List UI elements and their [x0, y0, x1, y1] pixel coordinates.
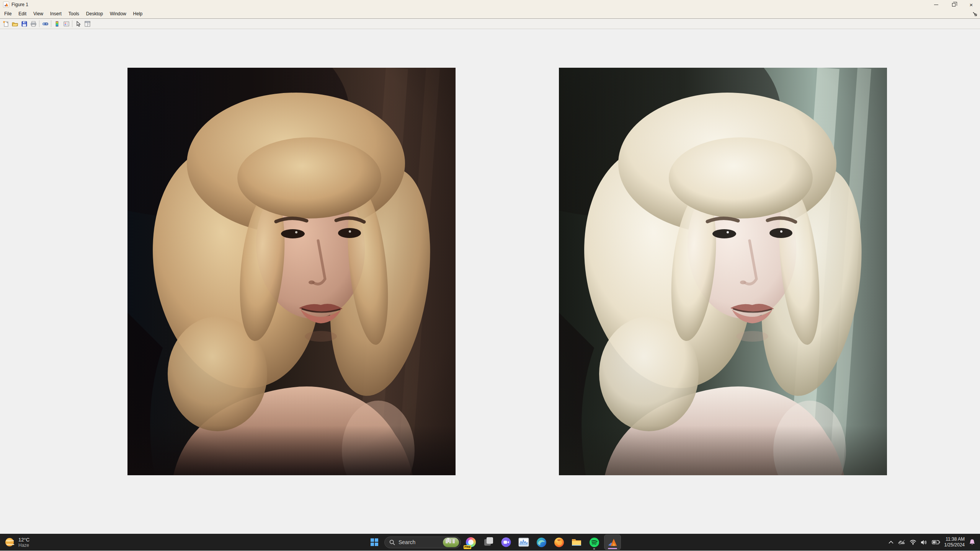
- search-box[interactable]: Search: [384, 536, 461, 548]
- taskbar-app-file-explorer[interactable]: [569, 535, 584, 550]
- restore-button[interactable]: [945, 0, 962, 9]
- menu-tools[interactable]: Tools: [65, 10, 83, 18]
- minimize-button[interactable]: [927, 0, 945, 9]
- edge-icon: [536, 537, 547, 548]
- matlab-icon: [608, 537, 617, 547]
- menu-edit[interactable]: Edit: [15, 10, 30, 18]
- save-figure-icon[interactable]: [20, 20, 29, 28]
- taskbar-app-task-manager[interactable]: [516, 535, 531, 550]
- spotify-icon: [589, 537, 599, 548]
- figure-canvas: [0, 29, 980, 534]
- task-view-icon: [481, 535, 496, 550]
- menu-insert[interactable]: Insert: [47, 10, 65, 18]
- window-title: Figure 1: [11, 2, 28, 7]
- weather-temp: 12°C: [18, 537, 29, 543]
- tray-time: 11:38 AM: [944, 536, 965, 542]
- taskbar-app-task-view[interactable]: [481, 535, 496, 550]
- weather-condition: Haze: [18, 543, 29, 548]
- menu-desktop[interactable]: Desktop: [83, 10, 106, 18]
- dock-figure-icon[interactable]: [971, 10, 978, 17]
- windows-logo-icon: [370, 538, 379, 546]
- figure-toolbar: [0, 19, 980, 29]
- taskbar-clock[interactable]: 11:38 AM 1/25/2024: [944, 536, 965, 548]
- taskbar-app-copilot[interactable]: PRE: [463, 535, 479, 550]
- link-plot-icon[interactable]: [41, 20, 50, 28]
- taskbar-app-firefox[interactable]: [551, 535, 567, 550]
- menu-view[interactable]: View: [30, 10, 47, 18]
- print-figure-icon[interactable]: [29, 20, 38, 28]
- menu-file[interactable]: File: [1, 10, 15, 18]
- volume-icon[interactable]: [921, 540, 928, 545]
- onedrive-icon[interactable]: [898, 540, 905, 545]
- edit-plot-icon[interactable]: [74, 20, 83, 28]
- menubar: File Edit View Insert Tools Desktop Wind…: [0, 9, 980, 19]
- start-button[interactable]: [367, 535, 382, 550]
- wifi-icon[interactable]: [910, 540, 916, 545]
- copilot-preview-badge: PRE: [464, 545, 471, 549]
- property-inspector-icon[interactable]: [83, 20, 92, 28]
- matlab-logo-icon: [3, 2, 9, 8]
- menu-window[interactable]: Window: [106, 10, 130, 18]
- menu-help[interactable]: Help: [130, 10, 146, 18]
- bing-daily-image[interactable]: [443, 538, 459, 547]
- taskbar: 12°C Haze Search PRE: [0, 534, 980, 551]
- taskbar-app-edge[interactable]: [534, 535, 549, 550]
- task-manager-icon: [518, 538, 529, 547]
- hidden-icons-chevron[interactable]: [889, 541, 893, 544]
- spotify-running-indicator: [593, 548, 595, 549]
- search-placeholder: Search: [399, 539, 439, 545]
- matlab-active-indicator: [608, 548, 617, 549]
- close-button[interactable]: ×: [962, 0, 980, 9]
- titlebar: Figure 1 ×: [0, 0, 980, 9]
- new-figure-icon[interactable]: [1, 20, 10, 28]
- firefox-icon: [554, 537, 564, 548]
- open-file-icon[interactable]: [10, 20, 20, 28]
- haze-sun-icon: [4, 536, 15, 548]
- battery-icon[interactable]: [932, 540, 940, 544]
- search-icon: [389, 540, 395, 545]
- tray-date: 1/25/2024: [944, 542, 965, 548]
- notification-bell-icon[interactable]: [969, 539, 975, 546]
- insert-legend-icon[interactable]: [62, 20, 71, 28]
- portrait-image-enhanced: [559, 68, 887, 475]
- file-explorer-icon: [571, 538, 582, 547]
- chat-video-icon: [501, 537, 511, 548]
- taskbar-app-chat[interactable]: [498, 535, 514, 550]
- weather-widget[interactable]: 12°C Haze: [4, 534, 29, 551]
- insert-colorbar-icon[interactable]: [52, 20, 62, 28]
- figure-window: Figure 1 × File Edit View Insert Tools D…: [0, 0, 980, 534]
- portrait-image-original: [127, 68, 456, 475]
- taskbar-app-matlab[interactable]: [604, 535, 621, 550]
- taskbar-app-spotify[interactable]: [586, 535, 602, 550]
